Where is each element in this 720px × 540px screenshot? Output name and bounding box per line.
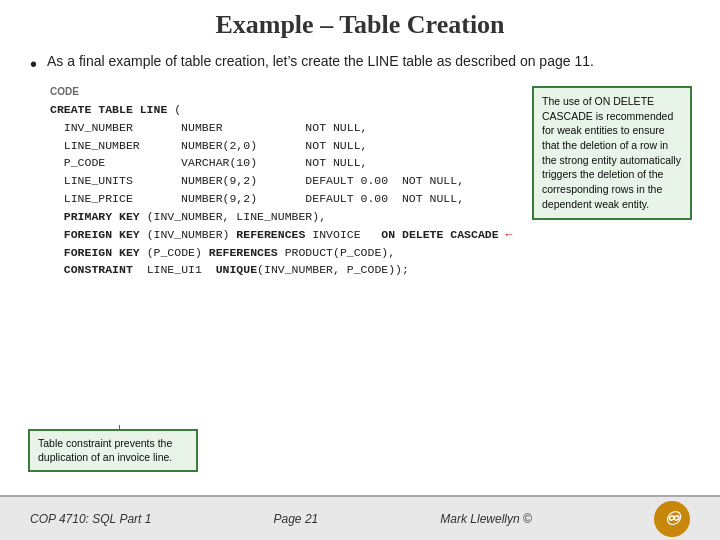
footer-logo: ♾ (654, 501, 690, 537)
bullet-text: As a final example of table creation, le… (47, 52, 690, 72)
bullet-dot: • (30, 50, 37, 78)
tooltip-text: The use of ON DELETE CASCADE is recommen… (542, 95, 681, 210)
tooltip-box: The use of ON DELETE CASCADE is recommen… (532, 86, 692, 220)
footer-right: Mark Llewellyn © (440, 512, 532, 526)
code-line-9: FOREIGN KEY (P_CODE) REFERENCES PRODUCT(… (50, 244, 690, 262)
bullet-section: • As a final example of table creation, … (30, 52, 690, 78)
slide-container: Example – Table Creation • As a final ex… (0, 0, 720, 540)
constraint-callout: Table constraint prevents the duplicatio… (28, 429, 198, 472)
footer: COP 4710: SQL Part 1 Page 21 Mark Llewel… (0, 495, 720, 540)
footer-center: Page 21 (274, 512, 319, 526)
code-line-10: CONSTRAINT LINE_UI1 UNIQUE(INV_NUMBER, P… (50, 261, 690, 279)
footer-left: COP 4710: SQL Part 1 (30, 512, 151, 526)
bullet-item: • As a final example of table creation, … (30, 52, 690, 78)
code-line-8: FOREIGN KEY (INV_NUMBER) REFERENCES INVO… (50, 226, 690, 244)
slide-title: Example – Table Creation (30, 10, 690, 40)
constraint-callout-text: Table constraint prevents the duplicatio… (38, 437, 172, 464)
